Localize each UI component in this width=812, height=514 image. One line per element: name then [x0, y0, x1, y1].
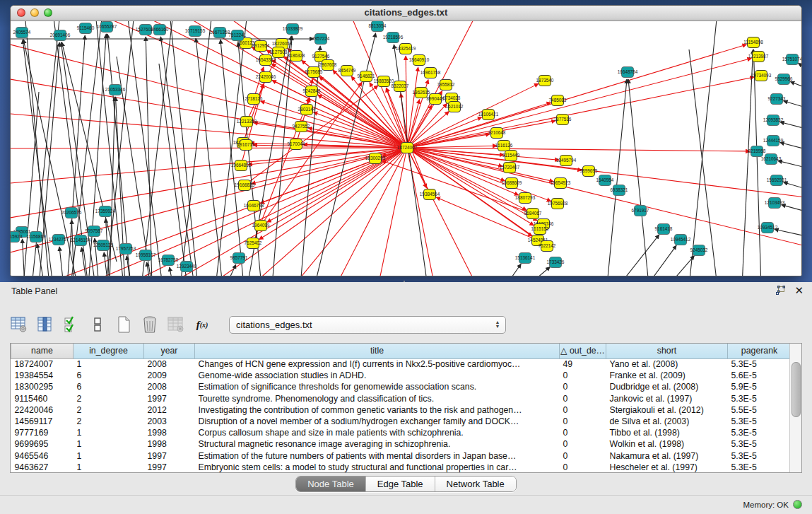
tab-network-table[interactable]: Network Table: [435, 477, 516, 491]
select-columns-icon[interactable]: [62, 315, 81, 334]
graph-node[interactable]: 16648784: [618, 67, 638, 78]
memory-indicator[interactable]: Memory: OK: [743, 500, 802, 509]
row-height-icon[interactable]: [88, 315, 107, 334]
column-header-in_degree[interactable]: in_degree: [73, 344, 144, 358]
graph-node[interactable]: 10934512: [758, 223, 778, 233]
table-cell[interactable]: 5.3E-5: [728, 416, 792, 427]
graph-node[interactable]: 15136141: [515, 253, 536, 264]
graph-node[interactable]: 12213987: [748, 52, 769, 62]
table-cell[interactable]: 0: [560, 450, 606, 462]
table-cell[interactable]: 1: [73, 427, 144, 438]
graph-node[interactable]: 1733426: [547, 257, 565, 268]
table-cell[interactable]: 5.3E-5: [728, 427, 792, 438]
column-header-title[interactable]: title: [195, 344, 560, 358]
table-cell[interactable]: de Silva et al. (2003): [606, 416, 728, 427]
table-row[interactable]: 946362711997Embryonic stem cells: a mode…: [11, 462, 792, 473]
panel-splitter[interactable]: [0, 276, 812, 282]
table-cell[interactable]: 9699695: [11, 438, 73, 450]
tab-node-table[interactable]: Node Table: [296, 477, 366, 491]
graph-node[interactable]: 6938321: [611, 185, 628, 196]
table-cell[interactable]: 2008: [144, 358, 195, 370]
column-header-out_de[interactable]: △ out_de…: [560, 344, 606, 358]
table-cell[interactable]: 1998: [144, 427, 195, 438]
table-cell[interactable]: Nakamura et al. (1997): [606, 450, 728, 462]
table-row[interactable]: 946554611997Estimation of the future num…: [11, 450, 792, 462]
table-row[interactable]: 911546021997Tourette syndrome. Phenomeno…: [11, 393, 792, 404]
table-cell[interactable]: Dudbridge et al. (2008): [606, 381, 728, 392]
graph-node[interactable]: 8454749: [339, 66, 356, 76]
table-cell[interactable]: Investigating the contribution of common…: [195, 404, 560, 416]
table-row[interactable]: 1872400712008Changes of HCN gene express…: [11, 358, 792, 370]
graph-node[interactable]: 10958107: [136, 250, 156, 261]
table-cell[interactable]: 9463627: [11, 462, 73, 473]
graph-node[interactable]: 8990448: [427, 94, 445, 105]
delete-column-icon[interactable]: [141, 315, 159, 334]
table-cell[interactable]: 19384554: [11, 370, 73, 381]
table-cell[interactable]: Estimation of the future numbers of pati…: [195, 450, 560, 462]
graph-node[interactable]: 2718126: [245, 94, 263, 105]
table-cell[interactable]: Structural magnetic resonance image aver…: [195, 438, 560, 450]
table-cell[interactable]: 1997: [144, 393, 195, 404]
graph-node[interactable]: 17359924: [95, 206, 116, 217]
graph-node[interactable]: 7522142: [539, 241, 556, 252]
graph-node[interactable]: 9329966: [775, 74, 793, 85]
table-mode-icon[interactable]: [10, 315, 28, 334]
table-row[interactable]: 1456911722003Disruption of a novel membe…: [11, 416, 792, 427]
table-cell[interactable]: 0: [560, 404, 606, 416]
table-cell[interactable]: 0: [560, 393, 606, 404]
graph-node[interactable]: 15751074: [782, 54, 802, 65]
graph-node[interactable]: 12103493: [765, 198, 785, 209]
graph-node[interactable]: 8215958: [748, 146, 766, 157]
graph-node[interactable]: 19654923: [551, 178, 571, 189]
table-cell[interactable]: 5.9E-5: [728, 381, 792, 392]
float-panel-icon[interactable]: [775, 286, 786, 296]
table-cell[interactable]: 5.5E-5: [728, 404, 792, 416]
tab-edge-table[interactable]: Edge Table: [366, 477, 435, 491]
table-cell[interactable]: 2: [73, 416, 144, 427]
table-cell[interactable]: Wolkin et al. (1998): [606, 438, 728, 450]
delete-table-icon[interactable]: [167, 315, 185, 334]
table-cell[interactable]: Tourette syndrome. Phenomenology and cla…: [195, 393, 560, 404]
table-selector-combobox[interactable]: citations_edges.txt ▲▼: [229, 316, 506, 334]
table-row[interactable]: 969969511998Structural magnetic resonanc…: [11, 438, 792, 450]
table-cell[interactable]: 1: [73, 358, 144, 370]
graph-node[interactable]: 1873540: [536, 76, 554, 86]
graph-node[interactable]: 8813054: [369, 21, 387, 32]
table-cell[interactable]: 1997: [144, 450, 195, 462]
table-row[interactable]: 2242004622012Investigating the contribut…: [11, 404, 792, 416]
table-cell[interactable]: 9465546: [11, 450, 73, 462]
graph-node[interactable]: 8466160: [151, 25, 169, 35]
graph-node[interactable]: 10719155: [185, 26, 206, 37]
graph-node[interactable]: 12444159: [763, 136, 784, 146]
graph-node[interactable]: 10688609: [502, 178, 522, 189]
table-cell[interactable]: 5.3E-5: [728, 358, 792, 370]
table-cell[interactable]: Stergiakouli et al. (2012): [606, 404, 728, 416]
create-column-icon[interactable]: [114, 315, 133, 334]
table-cell[interactable]: Jankovic et al. (1997): [606, 393, 728, 404]
graph-node[interactable]: 9115460: [77, 23, 95, 34]
table-cell[interactable]: 2: [73, 393, 144, 404]
graph-node[interactable]: 7857224: [312, 34, 330, 45]
table-cell[interactable]: 2003: [144, 416, 195, 427]
graph-node[interactable]: 7955812: [437, 80, 455, 90]
graph-node[interactable]: 2803144: [298, 105, 316, 115]
network-canvas[interactable]: 1872400786601238912954182260589127508818…: [11, 21, 802, 276]
table-cell[interactable]: 2012: [144, 404, 195, 416]
table-cell[interactable]: 18724007: [11, 358, 73, 370]
graph-node[interactable]: 16961758: [420, 68, 441, 78]
graph-node[interactable]: 16782759: [158, 255, 179, 266]
column-visibility-icon[interactable]: [36, 315, 54, 334]
table-cell[interactable]: 49: [560, 358, 606, 370]
table-cell[interactable]: Hescheler et al. (1997): [606, 462, 728, 473]
graph-node[interactable]: 17957253: [116, 244, 136, 255]
graph-node[interactable]: 18495794: [556, 156, 577, 166]
table-cell[interactable]: 1: [73, 438, 144, 450]
column-header-short[interactable]: short: [606, 344, 728, 358]
graph-node[interactable]: 1210648: [488, 128, 506, 139]
graph-node[interactable]: 12145194: [71, 235, 91, 246]
graph-node[interactable]: 9161418: [655, 224, 673, 235]
table-cell[interactable]: 5.3E-5: [728, 450, 792, 462]
table-cell[interactable]: Genome-wide association studies in ADHD.: [195, 370, 560, 381]
graph-node[interactable]: 15692931: [767, 175, 787, 186]
graph-node[interactable]: 16033809: [283, 24, 303, 35]
